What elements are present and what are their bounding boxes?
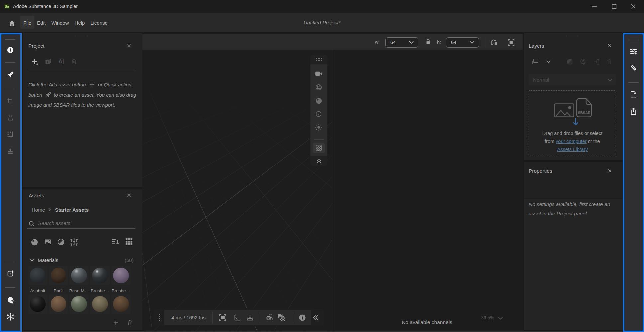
- svg-text:SBSAR: SBSAR: [578, 111, 590, 115]
